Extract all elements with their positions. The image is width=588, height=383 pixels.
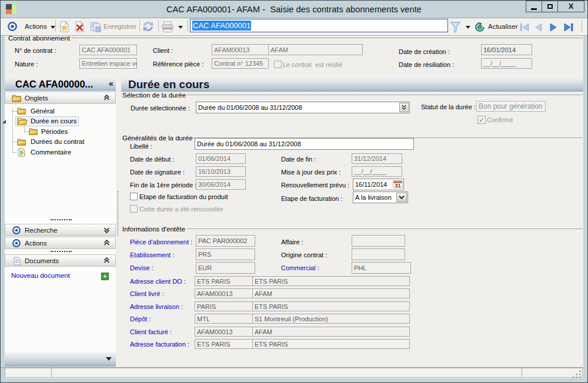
svg-text:31: 31 [395,182,401,189]
